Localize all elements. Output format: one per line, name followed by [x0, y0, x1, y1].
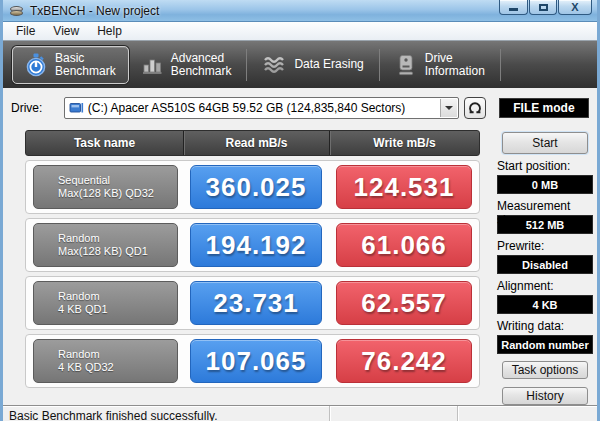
status-panel	[329, 406, 457, 421]
statusbar: Basic Benchmark finished successfully.	[3, 405, 597, 421]
task-label-random-4kb-qd32: Random 4 KB QD32	[33, 339, 178, 383]
status-panel	[457, 406, 597, 421]
titlebar: TxBENCH - New project X	[3, 0, 597, 22]
table-header: Task name Read mB/s Write mB/s	[25, 130, 480, 156]
write-value: 124.531	[336, 165, 472, 209]
writing-data-label: Writing data:	[497, 319, 593, 332]
write-value: 62.557	[336, 281, 472, 325]
task-label-random-4kb-qd1: Random 4 KB QD1	[33, 281, 178, 325]
data-erasing-icon	[262, 54, 286, 76]
task-label-random-qd1: Random Max(128 KB) QD1	[33, 223, 178, 267]
tab-data-erasing[interactable]: Data Erasing	[250, 46, 375, 84]
table-row: Sequential Max(128 KB) QD32 360.025 124.…	[25, 160, 480, 214]
window-controls: X	[498, 0, 592, 15]
app-icon	[9, 4, 25, 18]
refresh-icon	[467, 100, 483, 116]
table-row: Random 4 KB QD1 23.731 62.557	[25, 276, 480, 330]
chevron-down-icon[interactable]	[440, 99, 457, 117]
side-panel: Start Start position: 0 MB Measurement s…	[497, 130, 593, 405]
start-position-value: 0 MB	[497, 175, 593, 194]
minimize-button[interactable]	[499, 0, 528, 15]
menu-file[interactable]: File	[7, 22, 44, 40]
file-mode-button[interactable]: FILE mode	[499, 98, 589, 118]
header-read: Read mB/s	[183, 131, 329, 155]
tab-label: Basic Benchmark	[55, 52, 116, 78]
read-value: 107.065	[190, 339, 322, 383]
drive-bar: Drive: (C:) Apacer AS510S 64GB 59.52 GB …	[11, 96, 589, 120]
tab-label: Advanced Benchmark	[171, 52, 232, 78]
window-title: TxBENCH - New project	[30, 4, 159, 18]
tab-basic-benchmark[interactable]: Basic Benchmark	[12, 46, 129, 84]
app-window: TxBENCH - New project X File View Help	[0, 0, 600, 421]
menu-view[interactable]: View	[44, 22, 88, 40]
tab-advanced-benchmark[interactable]: Advanced Benchmark	[129, 46, 244, 84]
bar-chart-icon	[141, 54, 163, 76]
table-row: Random Max(128 KB) QD1 194.192 61.066	[25, 218, 480, 272]
history-button[interactable]: History	[502, 387, 588, 405]
maximize-button[interactable]	[529, 0, 557, 15]
status-message: Basic Benchmark finished successfully.	[3, 409, 329, 421]
toolbar: Basic Benchmark Advanced Benchmark	[3, 41, 597, 88]
start-position-label: Start position:	[497, 159, 593, 172]
benchmark-table: Task name Read mB/s Write mB/s Sequentia…	[25, 130, 480, 405]
read-value: 194.192	[190, 223, 322, 267]
read-value: 360.025	[190, 165, 322, 209]
write-value: 76.242	[336, 339, 472, 383]
drive-selected-text: (C:) Apacer AS510S 64GB 59.52 GB (124,83…	[88, 101, 406, 115]
close-icon: X	[571, 2, 578, 13]
alignment-label: Alignment:	[497, 279, 593, 292]
tab-label: Drive Information	[425, 52, 485, 78]
prewrite-value: Disabled	[497, 255, 593, 274]
minimize-icon	[509, 8, 518, 11]
toolbar-separator	[246, 49, 247, 81]
measurement-size-label: Measurement size:	[497, 199, 593, 212]
drive-label: Drive:	[11, 101, 64, 115]
toolbar-separator	[379, 49, 380, 81]
tab-drive-information[interactable]: Drive Information	[383, 46, 497, 84]
table-row: Random 4 KB QD32 107.065 76.242	[25, 334, 480, 388]
drive-icon	[69, 101, 84, 115]
menubar: File View Help	[3, 22, 597, 41]
maximize-icon	[539, 4, 548, 11]
drive-select[interactable]: (C:) Apacer AS510S 64GB 59.52 GB (124,83…	[64, 97, 460, 119]
prewrite-label: Prewrite:	[497, 239, 593, 252]
start-button[interactable]: Start	[502, 132, 588, 154]
alignment-value: 4 KB	[497, 295, 593, 314]
main-area: Task name Read mB/s Write mB/s Sequentia…	[3, 130, 597, 405]
task-options-button[interactable]: Task options	[502, 361, 588, 379]
header-task-name: Task name	[26, 131, 183, 155]
menu-help[interactable]: Help	[88, 22, 131, 40]
close-button[interactable]: X	[558, 0, 592, 15]
stopwatch-icon	[25, 53, 47, 77]
writing-data-value: Random number	[497, 335, 593, 354]
content-area: Drive: (C:) Apacer AS510S 64GB 59.52 GB …	[3, 96, 597, 405]
tab-label: Data Erasing	[294, 58, 363, 71]
refresh-button[interactable]	[464, 97, 486, 119]
read-value: 23.731	[190, 281, 322, 325]
header-write: Write mB/s	[329, 131, 479, 155]
write-value: 61.066	[336, 223, 472, 267]
task-label-sequential-qd32: Sequential Max(128 KB) QD32	[33, 165, 178, 209]
drive-information-icon	[395, 54, 417, 76]
toolbar-separator	[500, 49, 501, 81]
